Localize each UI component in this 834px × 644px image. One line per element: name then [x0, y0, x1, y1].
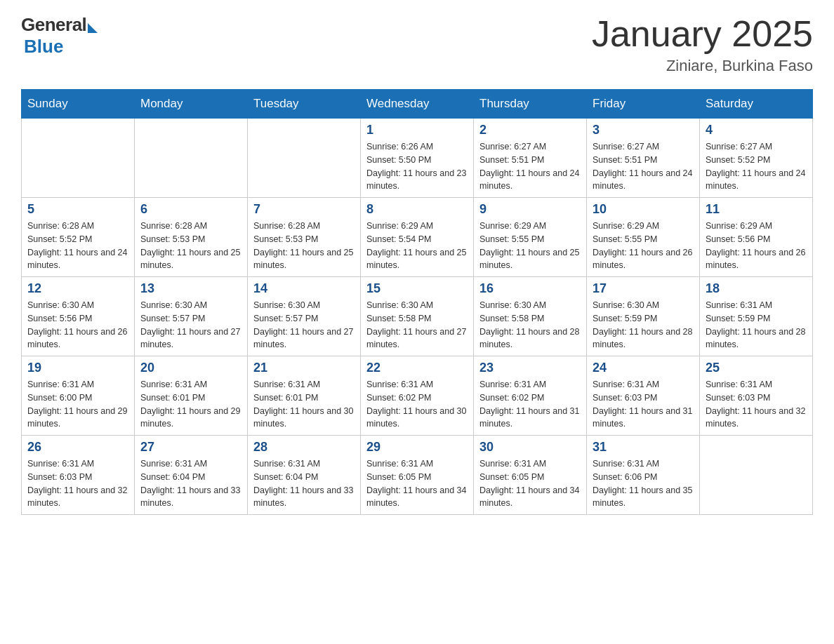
day-info: Sunrise: 6:26 AMSunset: 5:50 PMDaylight:…: [366, 140, 468, 193]
calendar-cell: 15Sunrise: 6:30 AMSunset: 5:58 PMDayligh…: [361, 277, 474, 356]
calendar-header-row: SundayMondayTuesdayWednesdayThursdayFrid…: [22, 90, 813, 119]
calendar-week-row: 5Sunrise: 6:28 AMSunset: 5:52 PMDaylight…: [22, 198, 813, 277]
day-info: Sunrise: 6:31 AMSunset: 6:06 PMDaylight:…: [593, 457, 694, 510]
location-title: Ziniare, Burkina Faso: [592, 57, 813, 75]
day-info: Sunrise: 6:28 AMSunset: 5:53 PMDaylight:…: [253, 220, 355, 272]
title-section: January 2025 Ziniare, Burkina Faso: [592, 14, 813, 75]
day-info: Sunrise: 6:31 AMSunset: 5:59 PMDaylight:…: [706, 299, 807, 351]
day-info: Sunrise: 6:27 AMSunset: 5:51 PMDaylight:…: [593, 140, 694, 193]
day-info: Sunrise: 6:31 AMSunset: 6:01 PMDaylight:…: [140, 378, 241, 431]
day-number: 3: [593, 123, 694, 137]
day-number: 27: [140, 440, 241, 455]
logo: General Blue: [21, 14, 98, 58]
day-number: 2: [479, 123, 581, 137]
day-info: Sunrise: 6:31 AMSunset: 6:03 PMDaylight:…: [706, 378, 807, 431]
calendar-cell: 26Sunrise: 6:31 AMSunset: 6:03 PMDayligh…: [22, 436, 135, 515]
calendar-cell: 20Sunrise: 6:31 AMSunset: 6:01 PMDayligh…: [135, 356, 248, 436]
calendar-cell: 12Sunrise: 6:30 AMSunset: 5:56 PMDayligh…: [22, 277, 135, 356]
day-info: Sunrise: 6:30 AMSunset: 5:57 PMDaylight:…: [140, 299, 241, 351]
day-number: 19: [27, 361, 128, 375]
day-info: Sunrise: 6:31 AMSunset: 6:01 PMDaylight:…: [253, 378, 355, 431]
day-number: 23: [479, 361, 581, 375]
calendar-cell: 7Sunrise: 6:28 AMSunset: 5:53 PMDaylight…: [248, 198, 361, 277]
day-info: Sunrise: 6:27 AMSunset: 5:51 PMDaylight:…: [479, 140, 581, 193]
day-info: Sunrise: 6:31 AMSunset: 6:05 PMDaylight:…: [366, 457, 468, 510]
calendar-cell: 22Sunrise: 6:31 AMSunset: 6:02 PMDayligh…: [361, 356, 474, 436]
day-number: 11: [706, 202, 807, 217]
calendar-cell: 18Sunrise: 6:31 AMSunset: 5:59 PMDayligh…: [700, 277, 813, 356]
day-info: Sunrise: 6:31 AMSunset: 6:02 PMDaylight:…: [366, 378, 468, 431]
day-number: 21: [253, 361, 355, 375]
day-number: 14: [253, 281, 355, 296]
calendar-cell: 17Sunrise: 6:30 AMSunset: 5:59 PMDayligh…: [587, 277, 700, 356]
calendar-cell: [700, 436, 813, 515]
day-info: Sunrise: 6:29 AMSunset: 5:54 PMDaylight:…: [366, 220, 468, 272]
calendar-day-header: Monday: [135, 90, 248, 119]
day-number: 29: [366, 440, 468, 455]
day-info: Sunrise: 6:29 AMSunset: 5:56 PMDaylight:…: [706, 220, 807, 272]
day-number: 8: [366, 202, 468, 217]
calendar-cell: 1Sunrise: 6:26 AMSunset: 5:50 PMDaylight…: [361, 119, 474, 198]
calendar-cell: 28Sunrise: 6:31 AMSunset: 6:04 PMDayligh…: [248, 436, 361, 515]
day-info: Sunrise: 6:27 AMSunset: 5:52 PMDaylight:…: [706, 140, 807, 193]
day-info: Sunrise: 6:30 AMSunset: 5:58 PMDaylight:…: [479, 299, 581, 351]
day-number: 6: [140, 202, 241, 217]
day-info: Sunrise: 6:30 AMSunset: 5:58 PMDaylight:…: [366, 299, 468, 351]
logo-blue-text: Blue: [24, 36, 63, 58]
day-number: 13: [140, 281, 241, 296]
calendar-table: SundayMondayTuesdayWednesdayThursdayFrid…: [21, 89, 813, 515]
calendar-cell: 30Sunrise: 6:31 AMSunset: 6:05 PMDayligh…: [474, 436, 587, 515]
day-number: 22: [366, 361, 468, 375]
day-number: 26: [27, 440, 128, 455]
calendar-week-row: 19Sunrise: 6:31 AMSunset: 6:00 PMDayligh…: [22, 356, 813, 436]
calendar-cell: [22, 119, 135, 198]
calendar-cell: 27Sunrise: 6:31 AMSunset: 6:04 PMDayligh…: [135, 436, 248, 515]
day-info: Sunrise: 6:31 AMSunset: 6:00 PMDaylight:…: [27, 378, 128, 431]
calendar-day-header: Friday: [587, 90, 700, 119]
day-number: 9: [479, 202, 581, 217]
calendar-cell: 9Sunrise: 6:29 AMSunset: 5:55 PMDaylight…: [474, 198, 587, 277]
day-number: 15: [366, 281, 468, 296]
calendar-cell: 31Sunrise: 6:31 AMSunset: 6:06 PMDayligh…: [587, 436, 700, 515]
day-info: Sunrise: 6:29 AMSunset: 5:55 PMDaylight:…: [479, 220, 581, 272]
calendar-cell: 19Sunrise: 6:31 AMSunset: 6:00 PMDayligh…: [22, 356, 135, 436]
day-info: Sunrise: 6:31 AMSunset: 6:04 PMDaylight:…: [253, 457, 355, 510]
day-number: 18: [706, 281, 807, 296]
logo-general-text: General: [21, 14, 86, 36]
calendar-cell: 11Sunrise: 6:29 AMSunset: 5:56 PMDayligh…: [700, 198, 813, 277]
calendar-cell: 8Sunrise: 6:29 AMSunset: 5:54 PMDaylight…: [361, 198, 474, 277]
day-info: Sunrise: 6:28 AMSunset: 5:53 PMDaylight:…: [140, 220, 241, 272]
day-number: 25: [706, 361, 807, 375]
calendar-cell: 24Sunrise: 6:31 AMSunset: 6:03 PMDayligh…: [587, 356, 700, 436]
calendar-cell: 21Sunrise: 6:31 AMSunset: 6:01 PMDayligh…: [248, 356, 361, 436]
day-info: Sunrise: 6:28 AMSunset: 5:52 PMDaylight:…: [27, 220, 128, 272]
day-info: Sunrise: 6:31 AMSunset: 6:04 PMDaylight:…: [140, 457, 241, 510]
calendar-cell: 6Sunrise: 6:28 AMSunset: 5:53 PMDaylight…: [135, 198, 248, 277]
calendar-cell: 3Sunrise: 6:27 AMSunset: 5:51 PMDaylight…: [587, 119, 700, 198]
calendar-cell: 14Sunrise: 6:30 AMSunset: 5:57 PMDayligh…: [248, 277, 361, 356]
calendar-cell: [135, 119, 248, 198]
day-number: 4: [706, 123, 807, 137]
calendar-cell: [248, 119, 361, 198]
logo-arrow-icon: [88, 23, 98, 33]
day-info: Sunrise: 6:31 AMSunset: 6:03 PMDaylight:…: [593, 378, 694, 431]
calendar-cell: 5Sunrise: 6:28 AMSunset: 5:52 PMDaylight…: [22, 198, 135, 277]
calendar-cell: 16Sunrise: 6:30 AMSunset: 5:58 PMDayligh…: [474, 277, 587, 356]
calendar-day-header: Wednesday: [361, 90, 474, 119]
day-number: 30: [479, 440, 581, 455]
calendar-day-header: Tuesday: [248, 90, 361, 119]
day-number: 5: [27, 202, 128, 217]
day-number: 10: [593, 202, 694, 217]
day-number: 17: [593, 281, 694, 296]
day-number: 7: [253, 202, 355, 217]
day-info: Sunrise: 6:31 AMSunset: 6:02 PMDaylight:…: [479, 378, 581, 431]
calendar-cell: 10Sunrise: 6:29 AMSunset: 5:55 PMDayligh…: [587, 198, 700, 277]
calendar-week-row: 26Sunrise: 6:31 AMSunset: 6:03 PMDayligh…: [22, 436, 813, 515]
calendar-cell: 13Sunrise: 6:30 AMSunset: 5:57 PMDayligh…: [135, 277, 248, 356]
day-number: 24: [593, 361, 694, 375]
day-number: 1: [366, 123, 468, 137]
calendar-cell: 29Sunrise: 6:31 AMSunset: 6:05 PMDayligh…: [361, 436, 474, 515]
page-header: General Blue January 2025 Ziniare, Burki…: [21, 14, 813, 75]
calendar-day-header: Thursday: [474, 90, 587, 119]
day-number: 16: [479, 281, 581, 296]
